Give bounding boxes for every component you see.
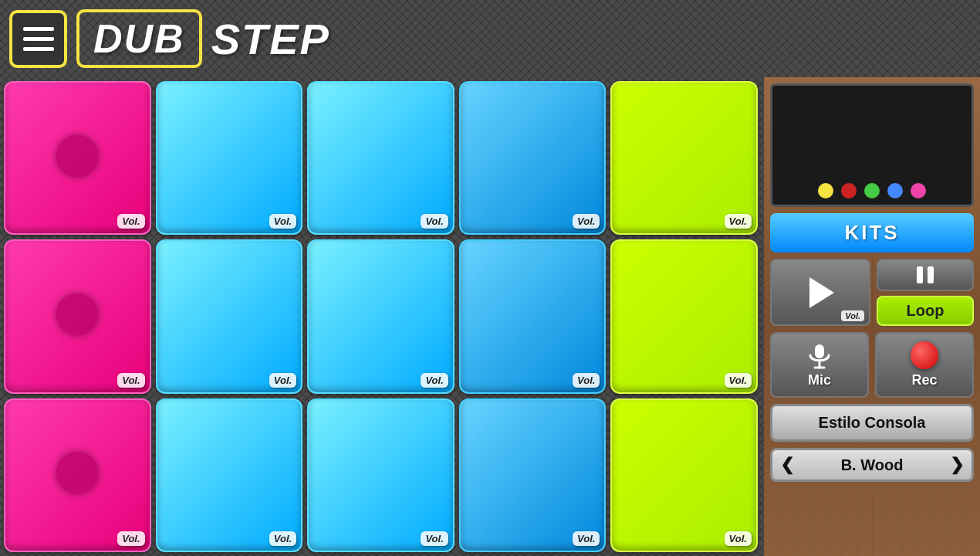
menu-bar-2	[23, 37, 54, 41]
vol-badge: Vol.	[269, 373, 296, 388]
vol-badge: Vol.	[117, 214, 144, 229]
display-screen	[770, 83, 974, 207]
pad-circle	[56, 134, 99, 177]
pad-3-3[interactable]: Vol.	[307, 398, 455, 552]
dot-yellow	[818, 183, 833, 198]
mic-icon	[806, 341, 833, 369]
step-label: STEP	[211, 14, 330, 64]
wood-nav[interactable]: ❮ B. Wood ❯	[770, 448, 974, 482]
right-panel: KITS Vol. Loop	[764, 77, 980, 556]
pad-1-1[interactable]: Vol.	[4, 81, 151, 235]
svg-rect-0	[815, 344, 824, 358]
pad-2-3[interactable]: Vol.	[307, 239, 455, 393]
dot-pink	[911, 183, 926, 198]
pad-3-1[interactable]: Vol.	[4, 398, 151, 552]
play-button[interactable]: Vol.	[770, 259, 870, 326]
dot-green	[864, 183, 880, 198]
vol-badge: Vol.	[117, 531, 144, 546]
rec-label: Rec	[911, 372, 937, 388]
kits-button[interactable]: KITS	[770, 213, 974, 253]
vol-badge: Vol.	[421, 373, 448, 388]
vol-badge: Vol.	[269, 214, 296, 229]
dub-label: DUB	[93, 16, 185, 61]
pause-loop-column: Loop	[877, 259, 974, 326]
pads-area: Vol. Vol. Vol. Vol. Vol. Vol	[0, 77, 764, 556]
pause-button[interactable]	[877, 259, 974, 291]
screen-dots	[818, 183, 926, 198]
pad-2-2[interactable]: Vol.	[156, 239, 303, 393]
play-vol-badge: Vol.	[841, 310, 864, 321]
vol-badge: Vol.	[725, 214, 752, 229]
rec-button[interactable]: Rec	[875, 332, 974, 398]
wood-label: B. Wood	[841, 456, 904, 474]
dub-button[interactable]: DUB	[76, 9, 202, 68]
vol-badge: Vol.	[269, 531, 296, 546]
main-background: DUB STEP Vol. Vol. Vol. Vol.	[0, 0, 980, 556]
menu-bar-1	[23, 27, 54, 31]
vol-badge: Vol.	[421, 531, 448, 546]
nav-next-arrow[interactable]: ❯	[950, 455, 964, 475]
pause-bar-1	[917, 266, 923, 283]
vol-badge: Vol.	[725, 373, 752, 388]
pad-3-5[interactable]: Vol.	[610, 398, 758, 552]
pause-bar-2	[928, 266, 934, 283]
pad-1-5[interactable]: Vol.	[610, 81, 758, 235]
vol-badge: Vol.	[421, 214, 448, 229]
vol-badge: Vol.	[573, 214, 600, 229]
kits-label: KITS	[844, 221, 899, 244]
play-icon	[809, 277, 834, 308]
pad-1-2[interactable]: Vol.	[156, 81, 303, 235]
pad-3-4[interactable]: Vol.	[459, 398, 607, 552]
menu-button[interactable]	[9, 10, 67, 68]
vol-badge: Vol.	[725, 531, 752, 546]
vol-badge: Vol.	[117, 373, 144, 388]
pad-circle	[56, 452, 99, 494]
controls-row: Vol. Loop	[770, 259, 974, 326]
pad-2-5[interactable]: Vol.	[610, 239, 758, 393]
estilo-label: Estilo Consola	[819, 414, 926, 431]
mic-button[interactable]: Mic	[770, 332, 869, 398]
pad-2-4[interactable]: Vol.	[459, 239, 607, 393]
pads-row-3: Vol. Vol. Vol. Vol. Vol.	[4, 398, 758, 552]
pads-row-1: Vol. Vol. Vol. Vol. Vol.	[4, 81, 758, 235]
vol-badge: Vol.	[573, 373, 600, 388]
pad-1-4[interactable]: Vol.	[459, 81, 607, 235]
menu-bar-3	[23, 47, 54, 51]
pad-1-3[interactable]: Vol.	[307, 81, 455, 235]
dot-red	[841, 183, 857, 198]
loop-button[interactable]: Loop	[877, 296, 974, 326]
rec-circle-icon	[911, 341, 938, 369]
mic-rec-row: Mic Rec	[770, 332, 974, 398]
pads-row-2: Vol. Vol. Vol. Vol. Vol.	[4, 239, 758, 393]
header: DUB STEP	[0, 0, 980, 77]
pad-3-2[interactable]: Vol.	[156, 398, 303, 552]
main-content: Vol. Vol. Vol. Vol. Vol. Vol	[0, 77, 980, 556]
estilo-consola-button[interactable]: Estilo Consola	[770, 404, 974, 442]
pad-circle	[56, 293, 99, 336]
mic-label: Mic	[808, 372, 831, 388]
loop-label: Loop	[907, 302, 945, 319]
vol-badge: Vol.	[573, 531, 600, 546]
dot-blue	[887, 183, 903, 198]
pad-2-1[interactable]: Vol.	[4, 239, 151, 393]
nav-prev-arrow[interactable]: ❮	[780, 455, 794, 475]
